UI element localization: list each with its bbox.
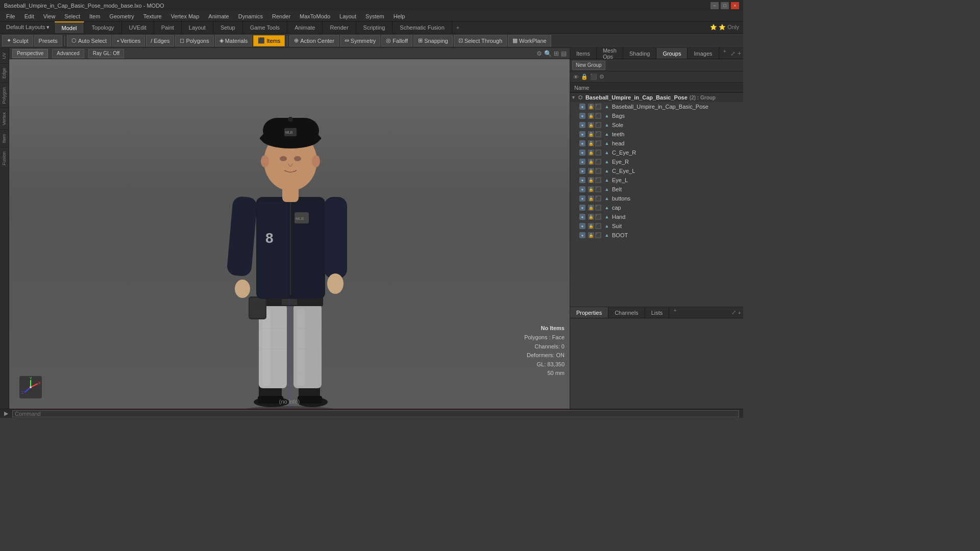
rb-tab-add[interactable]: +: [669, 307, 680, 318]
visibility-toggle[interactable]: ●: [579, 214, 585, 220]
visibility-toggle[interactable]: ●: [579, 223, 585, 229]
render-toggle[interactable]: ⬛: [595, 232, 601, 238]
menu-edit[interactable]: Edit: [20, 12, 38, 20]
right-tab-items[interactable]: Items: [570, 48, 597, 59]
tree-root-group[interactable]: ▼ ⬡ Baseball_Umpire_in_Cap_Basic_Pose (2…: [570, 93, 743, 102]
rb-tab-properties[interactable]: Properties: [570, 307, 608, 318]
menu-maxtomode[interactable]: MaxToModo: [296, 12, 334, 20]
presets-button[interactable]: Presets: [34, 35, 62, 46]
render-toggle[interactable]: ⬛: [595, 159, 601, 165]
visibility-toggle[interactable]: ●: [579, 177, 585, 183]
ray-gl-button[interactable]: Ray GL: Off: [88, 49, 125, 58]
render-toggle[interactable]: ⬛: [595, 131, 601, 137]
render-toggle[interactable]: ⬛: [595, 205, 601, 211]
render-toggle[interactable]: ⬛: [595, 223, 601, 229]
3d-viewport[interactable]: 8 MLB: [9, 59, 570, 409]
visibility-toggle[interactable]: ●: [579, 122, 585, 128]
menu-item[interactable]: Item: [85, 12, 104, 20]
lock-toggle[interactable]: 🔒: [588, 159, 594, 165]
list-item[interactable]: ● 🔒 ⬛ ▲ head: [570, 139, 743, 148]
tree-icon-lock[interactable]: 🔒: [581, 73, 588, 80]
expand-icon[interactable]: ⤢: [730, 50, 736, 57]
menu-dynamics[interactable]: Dynamics: [234, 12, 267, 20]
side-tab-edge[interactable]: Edge: [0, 63, 9, 83]
workplane-button[interactable]: ▦ WorkPlane: [508, 35, 551, 46]
edges-button[interactable]: / Edges: [146, 35, 174, 46]
rb-tab-lists[interactable]: Lists: [645, 307, 670, 318]
tab-setup[interactable]: Setup: [213, 21, 243, 33]
lock-toggle[interactable]: 🔒: [588, 113, 594, 119]
lock-toggle[interactable]: 🔒: [588, 140, 594, 146]
viewport-icon-3[interactable]: ⊞: [554, 50, 559, 57]
items-button[interactable]: ⬛ Items: [253, 35, 285, 46]
lock-toggle[interactable]: 🔒: [588, 186, 594, 192]
list-item[interactable]: ● 🔒 ⬛ ▲ C_Eye_R: [570, 148, 743, 157]
viewport-icon-4[interactable]: ▤: [561, 50, 567, 57]
menu-texture[interactable]: Texture: [139, 12, 166, 20]
new-group-button[interactable]: New Group: [572, 61, 605, 70]
side-tab-polygon[interactable]: Polygon: [0, 83, 9, 108]
falloff-button[interactable]: ◎ Falloff: [381, 35, 412, 46]
visibility-toggle[interactable]: ●: [579, 195, 585, 202]
list-item[interactable]: ● 🔒 ⬛ ▲ teeth: [570, 130, 743, 139]
tab-paint[interactable]: Paint: [154, 21, 182, 33]
add-tab-button[interactable]: +: [452, 21, 463, 33]
rb-pin-icon[interactable]: +: [738, 310, 741, 316]
menu-file[interactable]: File: [2, 12, 19, 20]
viewport-icon-1[interactable]: ⚙: [536, 50, 542, 57]
action-center-button[interactable]: ⊕ Action Center: [289, 35, 339, 46]
only-button[interactable]: ⭐ ⭐ Only: [710, 21, 743, 33]
tree-icon-render[interactable]: ⬛: [590, 73, 597, 80]
close-button[interactable]: ×: [731, 2, 739, 9]
lock-toggle[interactable]: 🔒: [588, 122, 594, 128]
rb-expand-icon[interactable]: ⤢: [731, 309, 736, 316]
list-item[interactable]: ● 🔒 ⬛ ▲ Bags: [570, 111, 743, 120]
tab-schematic-fusion[interactable]: Schematic Fusion: [393, 21, 452, 33]
render-toggle[interactable]: ⬛: [595, 177, 601, 183]
symmetry-button[interactable]: ⇔ Symmetry: [340, 35, 381, 46]
pin-icon[interactable]: +: [738, 50, 741, 57]
menu-vertex-map[interactable]: Vertex Map: [167, 12, 204, 20]
render-toggle[interactable]: ⬛: [595, 149, 601, 156]
rb-tab-channels[interactable]: Channels: [608, 307, 645, 318]
tab-scripting[interactable]: Scripting: [356, 21, 393, 33]
tree-icon-eye[interactable]: 👁: [573, 74, 579, 80]
side-tab-item[interactable]: Item: [0, 130, 9, 147]
list-item[interactable]: ● 🔒 ⬛ ▲ Baseball_Umpire_in_Cap_Basic_Pos…: [570, 102, 743, 111]
tab-layout[interactable]: Layout: [182, 21, 213, 33]
render-toggle[interactable]: ⬛: [595, 122, 601, 128]
materials-button[interactable]: ◈ Materials: [215, 35, 253, 46]
layout-selector[interactable]: Default Layouts ▾: [6, 24, 50, 31]
list-item[interactable]: ● 🔒 ⬛ ▲ Sole: [570, 120, 743, 130]
tab-animate[interactable]: Animate: [287, 21, 323, 33]
visibility-toggle[interactable]: ●: [579, 205, 585, 211]
render-toggle[interactable]: ⬛: [595, 214, 601, 220]
list-item[interactable]: ● 🔒 ⬛ ▲ BOOT: [570, 231, 743, 240]
menu-animate[interactable]: Animate: [204, 12, 233, 20]
tree-icon-settings[interactable]: ⚙: [599, 73, 604, 80]
lock-toggle[interactable]: 🔒: [588, 232, 594, 238]
groups-tree[interactable]: ▼ ⬡ Baseball_Umpire_in_Cap_Basic_Pose (2…: [570, 93, 743, 307]
right-tab-images[interactable]: Images: [688, 48, 719, 59]
menu-geometry[interactable]: Geometry: [105, 12, 138, 20]
lock-toggle[interactable]: 🔒: [588, 214, 594, 220]
lock-toggle[interactable]: 🔒: [588, 205, 594, 211]
side-tab-vertex[interactable]: Vertex: [0, 108, 9, 130]
viewport-icon-2[interactable]: 🔍: [544, 50, 552, 57]
right-tab-groups[interactable]: Groups: [656, 48, 688, 59]
tab-uvedit[interactable]: UVEdit: [122, 21, 154, 33]
command-input[interactable]: [12, 410, 739, 417]
menu-layout[interactable]: Layout: [335, 12, 360, 20]
menu-help[interactable]: Help: [389, 12, 409, 20]
render-toggle[interactable]: ⬛: [595, 186, 601, 192]
right-tab-add-button[interactable]: +: [719, 48, 730, 59]
tab-render[interactable]: Render: [323, 21, 356, 33]
advanced-button[interactable]: Advanced: [52, 49, 84, 58]
auto-select-button[interactable]: ⬡ Auto Select: [67, 35, 111, 46]
visibility-toggle[interactable]: ●: [579, 104, 585, 110]
side-tab-uv[interactable]: UV: [0, 48, 9, 63]
lock-toggle[interactable]: 🔒: [588, 168, 594, 174]
list-item[interactable]: ● 🔒 ⬛ ▲ Belt: [570, 185, 743, 194]
menu-view[interactable]: View: [39, 12, 60, 20]
lock-toggle[interactable]: 🔒: [588, 131, 594, 137]
